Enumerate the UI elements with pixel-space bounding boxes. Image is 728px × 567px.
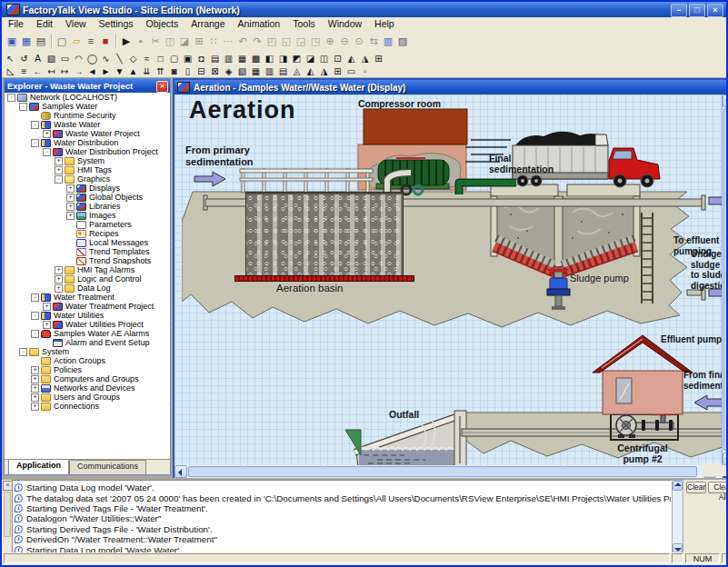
toolbar-icon[interactable]: ∷ bbox=[206, 33, 221, 49]
tree-expander-icon[interactable]: + bbox=[31, 384, 39, 393]
scroll-down-icon[interactable] bbox=[723, 453, 728, 465]
window-titlebar[interactable]: FactoryTalk View Studio - Site Edition (… bbox=[2, 2, 726, 17]
arrange-tool-icon[interactable]: ⊞ bbox=[331, 65, 344, 77]
close-button[interactable]: × bbox=[707, 4, 723, 17]
toolbar-icon[interactable]: ◳ bbox=[308, 33, 323, 49]
arrange-tool-icon[interactable]: ▤ bbox=[276, 65, 290, 77]
arrange-tool-icon[interactable]: ▭ bbox=[344, 65, 358, 77]
drawing-tool-icon[interactable]: ▥ bbox=[222, 53, 235, 65]
tree-item[interactable]: + Logic and Control bbox=[5, 274, 169, 284]
log-message[interactable]: Starting Data Log model 'Water'. bbox=[15, 482, 671, 492]
tree-expander-icon[interactable]: + bbox=[55, 157, 63, 165]
diagnostics-list[interactable]: Starting Data Log model 'Water'. The dat… bbox=[12, 480, 672, 554]
explorer-tab[interactable]: Communications bbox=[69, 460, 146, 474]
drawing-tool-icon[interactable]: ▤ bbox=[208, 53, 222, 65]
drawing-tool-icon[interactable]: ⊡ bbox=[331, 53, 344, 65]
tree-item[interactable]: Runtime Security bbox=[5, 111, 169, 120]
toolbar-icon[interactable]: ▶ bbox=[119, 33, 134, 49]
toolbar-icon[interactable]: ▤ bbox=[34, 33, 48, 49]
tree-item[interactable]: - Water Utilities bbox=[5, 311, 169, 320]
tree-item[interactable]: - Network (LOCALHOST) bbox=[5, 93, 169, 102]
tree-item[interactable]: + Users and Groups bbox=[5, 393, 169, 402]
menu-item[interactable]: Edit bbox=[30, 18, 59, 29]
tree-expander-icon[interactable]: + bbox=[31, 393, 39, 402]
tree-expander-icon[interactable]: - bbox=[19, 103, 27, 111]
drawing-tool-icon[interactable]: ▩ bbox=[249, 53, 263, 65]
tree-expander-icon[interactable]: - bbox=[31, 330, 39, 338]
tree-item[interactable]: Alarm and Event Setup bbox=[5, 338, 169, 347]
tree-expander-icon[interactable]: - bbox=[7, 94, 15, 102]
arrange-tool-icon[interactable]: ▲ bbox=[126, 65, 140, 77]
tree-expander-icon[interactable]: + bbox=[43, 303, 51, 311]
arrange-tool-icon[interactable]: → bbox=[72, 65, 85, 77]
tree-item[interactable]: + Connections bbox=[5, 402, 169, 411]
toolbar-icon[interactable]: ⇆ bbox=[366, 33, 381, 49]
tree-item[interactable]: + HMI Tag Alarms bbox=[5, 265, 169, 274]
arrange-tool-icon[interactable]: ▫ bbox=[358, 65, 372, 77]
tree-item[interactable]: Recipes bbox=[5, 229, 169, 238]
drawing-tool-icon[interactable]: ∿ bbox=[99, 53, 113, 65]
toolbar-icon[interactable] bbox=[113, 33, 119, 49]
menu-item[interactable]: Objects bbox=[140, 18, 185, 29]
arrange-tool-icon[interactable]: ⊠ bbox=[208, 65, 222, 77]
explorer-tab[interactable]: Application bbox=[8, 459, 69, 474]
maximize-button[interactable]: □ bbox=[689, 4, 705, 17]
tree-item[interactable]: - Samples Water bbox=[5, 102, 169, 111]
toolbar-icon[interactable]: ▥ bbox=[381, 33, 395, 49]
arrange-tool-icon[interactable]: ▧ bbox=[235, 65, 249, 77]
toolbar-icon[interactable]: ◲ bbox=[294, 33, 308, 49]
arrange-tool-icon[interactable]: ◬ bbox=[290, 65, 304, 77]
arrange-tool-icon[interactable]: ⊟ bbox=[194, 65, 208, 77]
toolbar-icon[interactable]: ▣ bbox=[5, 33, 19, 49]
drawing-tool-icon[interactable]: □ bbox=[154, 53, 167, 65]
drawing-tool-icon[interactable]: ≈ bbox=[140, 53, 154, 65]
tree-expander-icon[interactable]: + bbox=[31, 375, 39, 383]
tree-expander-icon[interactable]: - bbox=[31, 293, 39, 302]
minimize-button[interactable]: − bbox=[671, 4, 687, 17]
toolbar-icon[interactable]: ⋯ bbox=[221, 33, 235, 49]
tree-expander-icon[interactable]: + bbox=[66, 194, 75, 202]
tree-expander-icon[interactable]: - bbox=[31, 139, 39, 147]
arrange-tool-icon[interactable]: ◄ bbox=[85, 65, 99, 77]
drawing-tool-icon[interactable]: ╲ bbox=[113, 53, 126, 65]
drawing-tool-icon[interactable]: ◯ bbox=[85, 53, 99, 65]
tree-item[interactable]: Trend Templates bbox=[5, 247, 169, 256]
tree-item[interactable]: + Images bbox=[5, 211, 169, 220]
drawing-tool-icon[interactable]: ⊞ bbox=[372, 53, 385, 65]
display-vscrollbar[interactable] bbox=[722, 94, 728, 465]
menu-item[interactable]: Tools bbox=[286, 18, 322, 29]
tree-expander-icon[interactable]: + bbox=[66, 212, 75, 220]
toolbar-icon[interactable]: ◪ bbox=[177, 33, 192, 49]
toolbar-icon[interactable]: ↶ bbox=[235, 33, 250, 49]
tree-expander-icon[interactable]: + bbox=[66, 184, 75, 193]
arrange-tool-icon[interactable]: ⇈ bbox=[154, 65, 167, 77]
toolbar-icon[interactable]: ⊙ bbox=[352, 33, 366, 49]
menu-item[interactable]: Settings bbox=[93, 18, 140, 29]
tree-expander-icon[interactable]: + bbox=[31, 403, 39, 411]
tree-expander-icon[interactable]: - bbox=[31, 121, 39, 129]
drawing-tool-icon[interactable]: ◇ bbox=[126, 53, 140, 65]
toolbar-icon[interactable]: ▪ bbox=[134, 33, 148, 49]
tree-item[interactable]: + Global Objects bbox=[5, 193, 169, 202]
tree-item[interactable]: - Water Distribution bbox=[5, 138, 169, 147]
tree-expander-icon[interactable]: + bbox=[66, 203, 75, 211]
clear-all-button[interactable]: Clear All bbox=[708, 482, 728, 493]
tree-item[interactable]: + Displays bbox=[5, 184, 169, 193]
toolbar-icon[interactable]: ≡ bbox=[84, 33, 98, 49]
tree-expander-icon[interactable]: + bbox=[55, 275, 63, 284]
log-message[interactable]: Starting Derived Tags File - 'Water Dist… bbox=[15, 524, 671, 534]
arrange-tool-icon[interactable]: ≡ bbox=[17, 65, 31, 77]
drawing-tool-icon[interactable]: ◫ bbox=[317, 53, 331, 65]
drawing-tool-icon[interactable]: ▭ bbox=[58, 53, 72, 65]
toolbar-icon[interactable]: ↷ bbox=[250, 33, 264, 49]
arrange-tool-icon[interactable]: ▯ bbox=[181, 65, 194, 77]
drawing-tool-icon[interactable]: ▧ bbox=[45, 53, 58, 65]
log-message[interactable]: The datalog data set '2007 05 24 0000' h… bbox=[15, 492, 671, 502]
tree-expander-icon[interactable]: - bbox=[19, 348, 27, 356]
arrange-tool-icon[interactable]: ◺ bbox=[4, 65, 17, 77]
arrange-tool-icon[interactable]: ▥ bbox=[263, 65, 276, 77]
drawing-tool-icon[interactable]: ◮ bbox=[358, 53, 372, 65]
resize-grip[interactable] bbox=[722, 553, 728, 563]
drawing-tool-icon[interactable]: ▣ bbox=[181, 53, 194, 65]
diagnostics-grip[interactable] bbox=[4, 492, 11, 537]
